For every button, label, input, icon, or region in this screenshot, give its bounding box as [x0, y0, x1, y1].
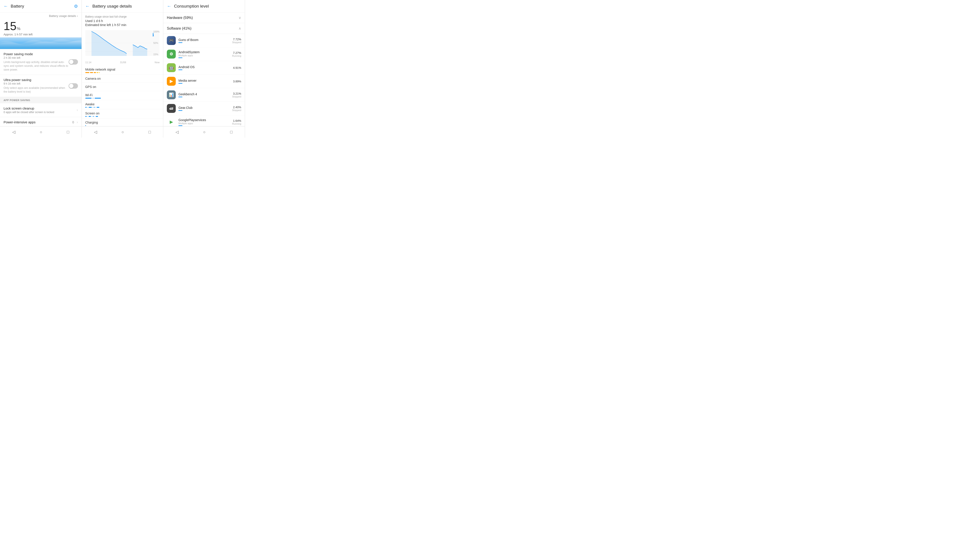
app-state: Stopped — [232, 109, 241, 111]
app-info: Gear.Club — [178, 106, 232, 111]
wifi-bars — [85, 98, 160, 98]
nav-bar-1: ◁ ○ □ — [0, 126, 81, 138]
software-section-header[interactable]: Software (41%) ∧ — [163, 23, 245, 34]
battery-chart: ℹ 100% 50% 15% — [85, 30, 160, 59]
battery-wave — [0, 37, 81, 49]
mobile-network-item: Mobile network signal — [82, 65, 163, 75]
gps-title: GPS on — [85, 85, 160, 89]
hardware-section-header[interactable]: Hardware (59%) ∨ — [163, 13, 245, 23]
back-arrow-consumption[interactable]: ← — [167, 3, 171, 9]
app-name: Geekbench 4 — [178, 92, 232, 96]
battery-number: 15 — [3, 20, 16, 32]
app-usage: 7.72% Stopped — [232, 38, 241, 44]
chart-label-100: 100% — [153, 30, 159, 33]
app-icon: ▶ — [167, 118, 176, 126]
lock-screen-item[interactable]: Lock screen cleanup 0 apps will be close… — [0, 103, 81, 117]
nav-bar-2: ◁ ○ □ — [82, 126, 163, 138]
chart-label-15: 15% — [153, 53, 159, 56]
wifi-item: Wi-Fi — [82, 91, 163, 100]
wifi-title: Wi-Fi — [85, 93, 160, 97]
chart-x-mid: 31/08 — [120, 61, 126, 64]
nav-back-1[interactable]: ◁ — [9, 129, 19, 135]
power-saving-subtitle: 2 h 30 min left — [3, 56, 68, 59]
back-arrow-battery[interactable]: ← — [3, 3, 8, 9]
usage-body: Battery usage since last full charge Use… — [82, 13, 163, 126]
battery-usage-link-row: Battery usage details › — [0, 13, 81, 19]
ultra-power-item: Ultra power saving 9 h 16 min left Only … — [0, 75, 81, 97]
nav-back-2[interactable]: ◁ — [91, 129, 101, 135]
power-intensive-title: Power-intensive apps — [3, 120, 72, 124]
usage-estimated: Estimated time left 1 h 57 min — [85, 23, 160, 27]
usage-header: ← Battery usage details — [82, 0, 163, 13]
app-percent: 7.27% — [232, 51, 241, 54]
app-item[interactable]: 🎮 Guns of Boom 7.72% Stopped — [163, 34, 245, 48]
panel-battery: ← Battery ⚙ Battery usage details › 15 %… — [0, 0, 82, 138]
gear-icon[interactable]: ⚙ — [74, 3, 78, 9]
back-arrow-usage[interactable]: ← — [85, 3, 90, 9]
screen-on-bars — [85, 116, 160, 117]
power-intensive-item[interactable]: Power-intensive apps 0 › — [0, 117, 81, 126]
nav-back-3[interactable]: ◁ — [172, 129, 182, 135]
consumption-body: Hardware (59%) ∨ Software (41%) ∧ 🎮 Guns… — [163, 13, 245, 126]
ultra-power-desc: Only select apps are available (recommen… — [3, 86, 68, 94]
nav-home-3[interactable]: ○ — [200, 129, 209, 135]
app-bar — [178, 70, 182, 70]
app-percent: 3.21% — [232, 92, 241, 95]
power-intensive-value: 0 — [72, 121, 74, 124]
power-saving-title: Power saving mode — [3, 52, 68, 56]
power-intensive-chevron: › — [76, 120, 78, 124]
app-status: Multiple apps — [178, 122, 232, 125]
app-name: Media server — [178, 79, 233, 83]
battery-percent-sign: % — [17, 27, 21, 31]
mobile-network-title: Mobile network signal — [85, 68, 160, 71]
app-item[interactable]: ⚙ AndroidSystem Multiple apps 7.27% Runn… — [163, 48, 245, 61]
app-info: Android OS — [178, 65, 233, 70]
power-saving-toggle[interactable] — [68, 59, 78, 65]
app-item[interactable]: ▶ Media server 3.89% — [163, 75, 245, 88]
ultra-power-content: Ultra power saving 9 h 16 min left Only … — [3, 78, 68, 94]
nav-recent-3[interactable]: □ — [226, 129, 236, 135]
app-icon: 🎮 — [167, 36, 176, 45]
app-name: Android OS — [178, 65, 233, 69]
software-title: Software (41%) — [167, 27, 191, 30]
charging-bars — [85, 125, 160, 126]
app-item[interactable]: 🤖 Android OS 4.91% — [163, 61, 245, 75]
battery-usage-link[interactable]: Battery usage details › — [49, 14, 78, 17]
app-usage: 2.40% Stopped — [232, 106, 241, 111]
battery-header: ← Battery ⚙ — [0, 0, 81, 13]
nav-home-1[interactable]: ○ — [36, 129, 46, 135]
app-item[interactable]: ▶ GooglePlayservices Multiple apps 1.64%… — [163, 115, 245, 126]
app-item[interactable]: 📊 Geekbench 4 3.21% Stopped — [163, 88, 245, 102]
app-state: Running — [232, 122, 241, 125]
nav-recent-2[interactable]: □ — [145, 129, 154, 135]
chart-label-50: 50% — [153, 41, 159, 44]
battery-body: Battery usage details › 15 % Approx. 1 h… — [0, 13, 81, 126]
screen-on-title: Screen on — [85, 111, 160, 115]
camera-title: Camera on — [85, 77, 160, 80]
app-bar — [178, 110, 182, 111]
nav-home-2[interactable]: ○ — [118, 129, 127, 135]
software-chevron-up: ∧ — [239, 26, 241, 30]
usage-title: Battery usage details — [92, 4, 160, 9]
app-bar — [178, 97, 182, 97]
ultra-power-title: Ultra power saving — [3, 78, 68, 82]
awake-item: Awake — [82, 100, 163, 109]
ultra-power-toggle[interactable] — [68, 83, 78, 89]
app-usage: 1.64% Running — [232, 119, 241, 125]
consumption-header-bar: ← Consumption level — [163, 0, 245, 13]
chart-labels-right: 100% 50% 15% — [153, 30, 159, 59]
app-usage: 3.21% Stopped — [232, 92, 241, 98]
nav-recent-1[interactable]: □ — [63, 129, 73, 135]
panel-consumption: ← Consumption level Hardware (59%) ∨ Sof… — [163, 0, 245, 138]
app-bar — [178, 57, 182, 58]
app-info: Guns of Boom — [178, 38, 232, 43]
usage-info: Battery usage since last full charge Use… — [82, 13, 163, 29]
app-usage: 4.91% — [233, 66, 241, 70]
chart-x-end: Now — [154, 61, 159, 64]
hardware-title: Hardware (59%) — [167, 16, 192, 20]
app-power-section: APP POWER SAVING — [0, 97, 81, 103]
charging-item: Charging — [82, 118, 163, 126]
app-bar — [178, 42, 182, 43]
app-item[interactable]: 🏎 Gear.Club 2.40% Stopped — [163, 102, 245, 115]
hardware-chevron-down: ∨ — [239, 16, 241, 20]
